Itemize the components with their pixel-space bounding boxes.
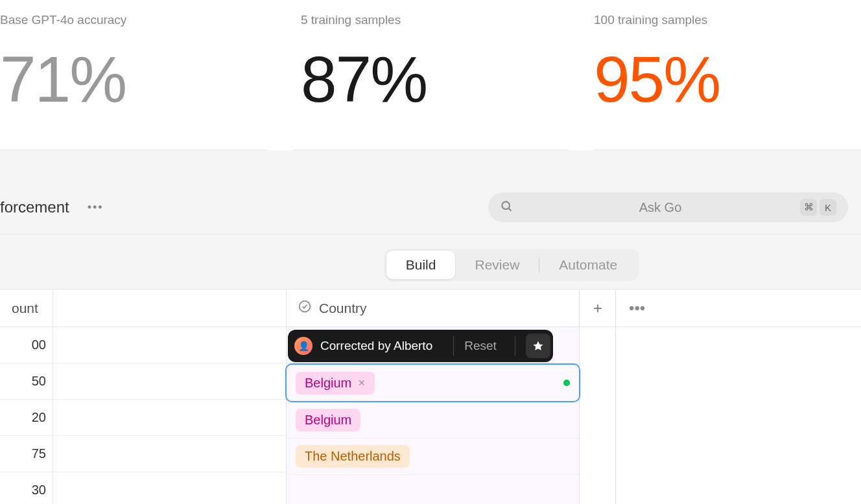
star-button[interactable] (526, 334, 550, 358)
country-cell[interactable]: The Netherlands (287, 439, 579, 475)
country-tag: Belgium ✕ (296, 372, 375, 395)
column-add (580, 290, 616, 504)
more-menu-icon[interactable]: ••• (88, 201, 104, 214)
stat-value: 71% (0, 47, 267, 111)
svg-point-0 (502, 201, 510, 209)
search-shortcut: ⌘ K (800, 199, 836, 216)
tab-automate[interactable]: Automate (539, 251, 637, 279)
spacer-cell[interactable] (53, 400, 286, 436)
status-dot (563, 380, 570, 386)
amount-cell[interactable]: 50 (0, 363, 53, 400)
tooltip-divider (515, 336, 515, 356)
amount-cell[interactable]: 75 (0, 436, 53, 472)
tab-build[interactable]: Build (386, 251, 456, 279)
shortcut-modifier: ⌘ (800, 199, 817, 216)
amount-cell[interactable]: 20 (0, 400, 53, 436)
spacer-cell[interactable] (53, 472, 286, 504)
tabs: Build Review Automate (384, 249, 639, 281)
stat-value: 87% (301, 47, 568, 111)
column-header-amount[interactable]: ount (0, 290, 53, 327)
country-cell-editing-wrapper: 👤 Corrected by Alberto Reset Belgium ✕ (287, 363, 579, 402)
spacer-cell[interactable] (53, 436, 286, 472)
column-country: Country The Netherlands 👤 Corrected by A… (287, 290, 580, 504)
tabs-container: Build Review Automate (162, 235, 861, 289)
country-cell-editing[interactable]: Belgium ✕ (285, 363, 580, 402)
stat-card-base: Base GPT-4o accuracy 71% (0, 0, 267, 150)
country-cell[interactable]: Belgium (287, 402, 579, 439)
stat-label: 100 training samples (594, 13, 861, 27)
spacer-cell[interactable] (53, 363, 286, 400)
search-input[interactable]: Ask Go ⌘ K (488, 192, 848, 222)
column-spacer (53, 290, 287, 504)
correction-tooltip: 👤 Corrected by Alberto Reset (288, 330, 553, 362)
search-icon (500, 200, 513, 215)
column-header-label: Country (319, 301, 367, 316)
column-more: ••• (616, 290, 861, 504)
tag-label: Belgium (305, 376, 351, 391)
country-tag: The Netherlands (296, 445, 410, 468)
tag-remove-icon[interactable]: ✕ (358, 378, 366, 388)
tab-review[interactable]: Review (455, 251, 539, 279)
stats-row: Base GPT-4o accuracy 71% 5 training samp… (0, 0, 861, 150)
stat-value: 95% (594, 47, 861, 111)
stat-label: 5 training samples (301, 13, 568, 27)
check-circle-icon (298, 300, 311, 316)
stat-label: Base GPT-4o accuracy (0, 13, 267, 27)
country-tag: Belgium (296, 409, 360, 431)
table: ount 00 50 20 75 30 (0, 289, 861, 504)
tooltip-text: Corrected by Alberto (320, 339, 432, 353)
svg-line-1 (509, 209, 512, 211)
app-header: forcement ••• Ask Go ⌘ K (0, 192, 861, 235)
amount-cell[interactable]: 00 (0, 327, 53, 363)
column-header-country[interactable]: Country (287, 290, 579, 327)
shortcut-letter: K (820, 199, 836, 216)
page-title: forcement (0, 198, 69, 216)
svg-marker-3 (533, 341, 543, 350)
amount-cell[interactable]: 30 (0, 472, 53, 504)
column-header-spacer[interactable] (53, 290, 286, 327)
stat-card-5samples: 5 training samples 87% (293, 0, 568, 150)
search-placeholder: Ask Go (521, 200, 800, 215)
more-columns-button[interactable]: ••• (616, 290, 861, 327)
add-column-button[interactable] (580, 290, 615, 327)
spacer-cell[interactable] (53, 327, 286, 363)
svg-point-2 (300, 301, 311, 312)
tooltip-divider (453, 336, 454, 356)
app-section: forcement ••• Ask Go ⌘ K Build Review Au… (0, 150, 861, 504)
stat-card-100samples: 100 training samples 95% (594, 0, 861, 150)
avatar: 👤 (294, 337, 313, 355)
column-amount: ount 00 50 20 75 30 (0, 290, 53, 504)
reset-button[interactable]: Reset (464, 339, 497, 353)
